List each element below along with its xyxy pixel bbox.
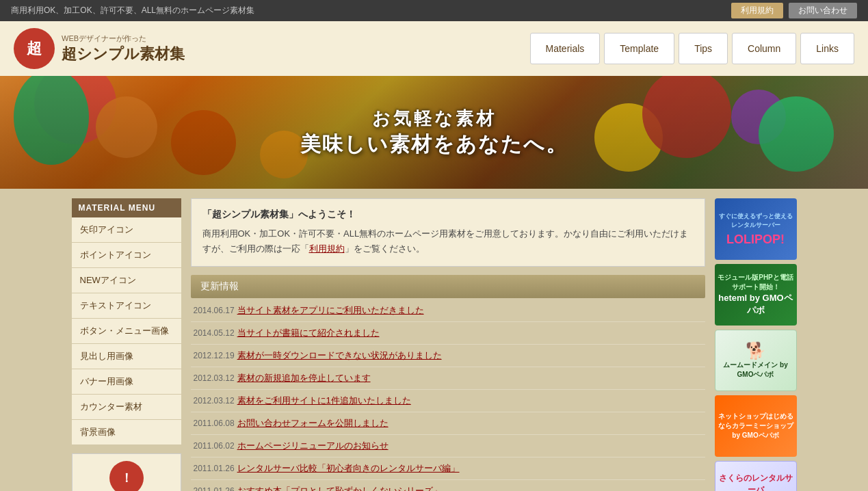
sidebar-item-background[interactable]: 背景画像 bbox=[72, 420, 181, 445]
news-item: 2011.06.02ホームページリニューアルのお知らせ bbox=[191, 435, 705, 457]
news-link[interactable]: 素材をご利用サイトに1件追加いたしました bbox=[237, 395, 411, 406]
news-item: 2011.01.26おすすめ本「プロとして恥ずかしくないシリーズ」 bbox=[191, 480, 705, 491]
main-content: MATERIAL MENU 矢印アイコン ポイントアイコン NEWアイコン テキ… bbox=[65, 189, 804, 491]
sidebar-item-new-icon[interactable]: NEWアイコン bbox=[72, 268, 181, 293]
news-link[interactable]: 当サイトが書籍にて紹介されました bbox=[237, 328, 380, 338]
sidebar-item-arrow-icon[interactable]: 矢印アイコン bbox=[72, 217, 181, 243]
logo-area: 超 WEBデザイナーが作った 超シンプル素材集 bbox=[14, 28, 185, 69]
ad-coloreme[interactable]: ネットショップはじめるならカラーミーショップ by GMOペパボ bbox=[715, 395, 797, 457]
center-content: 「超シンプル素材集」へようこそ！ 商用利用OK・加工OK・許可不要・ALL無料の… bbox=[191, 198, 705, 491]
ad-lolipop-text: すぐに使えるずっと使えるレンタルサーバー bbox=[715, 212, 797, 230]
welcome-box: 「超シンプル素材集」へようこそ！ 商用利用OK・加工OK・許可不要・ALL無料の… bbox=[191, 198, 705, 267]
news-date: 2012.12.19 bbox=[194, 351, 235, 360]
sidebar-item-point-icon[interactable]: ポイントアイコン bbox=[72, 243, 181, 268]
nav-column[interactable]: Column bbox=[732, 33, 796, 64]
sidebar-item-button-menu[interactable]: ボタン・メニュー画像 bbox=[72, 319, 181, 344]
top-bar: 商用利用OK、加工OK、許可不要、ALL無料のホームページ素材集 利用規約 お問… bbox=[0, 0, 868, 21]
contact-button[interactable]: お問い合わせ bbox=[789, 3, 857, 18]
ad-coloreme-text: ネットショップはじめるならカラーミーショップ by GMOペパボ bbox=[715, 412, 797, 440]
nav-materials[interactable]: Materials bbox=[530, 33, 601, 64]
news-link[interactable]: ホームページリニューアルのお知らせ bbox=[237, 440, 389, 451]
hero-line1: お気軽な素材 bbox=[300, 107, 568, 131]
news-date: 2012.03.12 bbox=[194, 373, 235, 383]
logo-icon: 超 bbox=[14, 28, 55, 69]
logo-subtitle: WEBデザイナーが作った bbox=[62, 34, 185, 44]
news-link[interactable]: おすすめ本「プロとして恥ずかしくないシリーズ」 bbox=[237, 486, 442, 491]
ad-muumuu-dog-icon: 🐕 bbox=[746, 341, 766, 360]
nav-tips[interactable]: Tips bbox=[679, 33, 728, 64]
sidebar-item-heading-image[interactable]: 見出し用画像 bbox=[72, 344, 181, 369]
news-link[interactable]: お問い合わせフォームを公開しました bbox=[237, 418, 389, 428]
sidebar-item-text-icon[interactable]: テキストアイコン bbox=[72, 293, 181, 319]
news-link[interactable]: レンタルサーバ比較「初心者向きのレンタルサーバ編」 bbox=[237, 463, 460, 473]
terms-button[interactable]: 利用規約 bbox=[731, 3, 783, 18]
welcome-body: 商用利用OK・加工OK・許可不要・ALL無料のホームページ用素材をご用意しており… bbox=[202, 226, 694, 256]
ganbare-icon: ！ bbox=[109, 461, 144, 491]
news-date: 2011.06.08 bbox=[194, 419, 235, 428]
ad-muumuu-title: ムームードメイン by GMOペパボ bbox=[715, 360, 796, 380]
news-link[interactable]: 素材が一時ダウンロードできない状況がありました bbox=[237, 350, 442, 360]
news-date: 2011.06.02 bbox=[194, 441, 235, 451]
header: 超 WEBデザイナーが作った 超シンプル素材集 Materials Templa… bbox=[0, 21, 868, 76]
news-date: 2014.05.12 bbox=[194, 328, 235, 338]
news-item: 2012.03.12素材の新規追加を停止しています bbox=[191, 367, 705, 390]
ad-sakura[interactable]: さくらのレンタルサーバ 2週間無料！ bbox=[715, 461, 797, 491]
ad-hm-text: モジュール版PHPと電話サポート開始！ bbox=[715, 273, 797, 292]
nav-links[interactable]: Links bbox=[800, 33, 854, 64]
news-section: 更新情報 2014.06.17当サイト素材をアプリにご利用いただきました 201… bbox=[191, 275, 705, 491]
news-date: 2014.06.17 bbox=[194, 306, 235, 315]
news-item: 2014.06.17当サイト素材をアプリにご利用いただきました bbox=[191, 300, 705, 322]
news-link[interactable]: 当サイト素材をアプリにご利用いただきました bbox=[237, 305, 424, 315]
news-item: 2012.03.12素材をご利用サイトに1件追加いたしました bbox=[191, 390, 705, 412]
hero-text: お気軽な素材 美味しい素材をあなたへ。 bbox=[300, 107, 568, 159]
ad-lolipop[interactable]: すぐに使えるずっと使えるレンタルサーバー LOLIPOP! bbox=[715, 198, 797, 260]
ad-hm-brand: heteml by GMOペパボ bbox=[715, 292, 797, 317]
sidebar: MATERIAL MENU 矢印アイコン ポイントアイコン NEWアイコン テキ… bbox=[72, 198, 181, 491]
ad-lolipop-icon: LOLIPOP! bbox=[726, 233, 785, 247]
ad-sakura-logo: さくらのレンタルサーバ bbox=[715, 473, 796, 491]
top-bar-buttons: 利用規約 お問い合わせ bbox=[731, 3, 857, 18]
sidebar-item-banner-image[interactable]: バナー用画像 bbox=[72, 369, 181, 395]
top-bar-description: 商用利用OK、加工OK、許可不要、ALL無料のホームページ素材集 bbox=[11, 5, 254, 16]
ad-heteml[interactable]: モジュール版PHPと電話サポート開始！ heteml by GMOペパボ bbox=[715, 264, 797, 326]
welcome-title: 「超シンプル素材集」へようこそ！ bbox=[202, 209, 694, 221]
main-nav: Materials Template Tips Column Links bbox=[530, 33, 854, 64]
hero-line2: 美味しい素材をあなたへ。 bbox=[300, 131, 568, 159]
ad-muumuu[interactable]: 🐕 ムームードメイン by GMOペパボ bbox=[715, 330, 797, 391]
news-date: 2011.01.26 bbox=[194, 464, 235, 473]
sidebar-item-counter[interactable]: カウンター素材 bbox=[72, 395, 181, 420]
hero-banner: お気軽な素材 美味しい素材をあなたへ。 bbox=[0, 76, 868, 189]
terms-link[interactable]: 利用規約 bbox=[309, 243, 345, 254]
news-item: 2014.05.12当サイトが書籍にて紹介されました bbox=[191, 322, 705, 345]
news-item: 2011.01.26レンタルサーバ比較「初心者向きのレンタルサーバ編」 bbox=[191, 457, 705, 480]
logo-main: 超シンプル素材集 bbox=[62, 44, 185, 64]
news-item: 2012.12.19素材が一時ダウンロードできない状況がありました bbox=[191, 345, 705, 367]
news-date: 2012.03.12 bbox=[194, 396, 235, 406]
ganbare-box: ！ がんばろうニッポン つなげる想い、つながる希望。 bbox=[72, 453, 181, 491]
news-link[interactable]: 素材の新規追加を停止しています bbox=[237, 373, 371, 383]
sidebar-menu-title: MATERIAL MENU bbox=[72, 198, 181, 217]
right-ads: すぐに使えるずっと使えるレンタルサーバー LOLIPOP! モジュール版PHPと… bbox=[715, 198, 797, 491]
logo-text-area: WEBデザイナーが作った 超シンプル素材集 bbox=[62, 34, 185, 64]
news-date: 2011.01.26 bbox=[194, 486, 235, 491]
news-section-title: 更新情報 bbox=[191, 275, 705, 298]
ganbare-exclamation: ！ bbox=[120, 470, 133, 486]
nav-template[interactable]: Template bbox=[604, 33, 674, 64]
news-item: 2011.06.08お問い合わせフォームを公開しました bbox=[191, 412, 705, 435]
